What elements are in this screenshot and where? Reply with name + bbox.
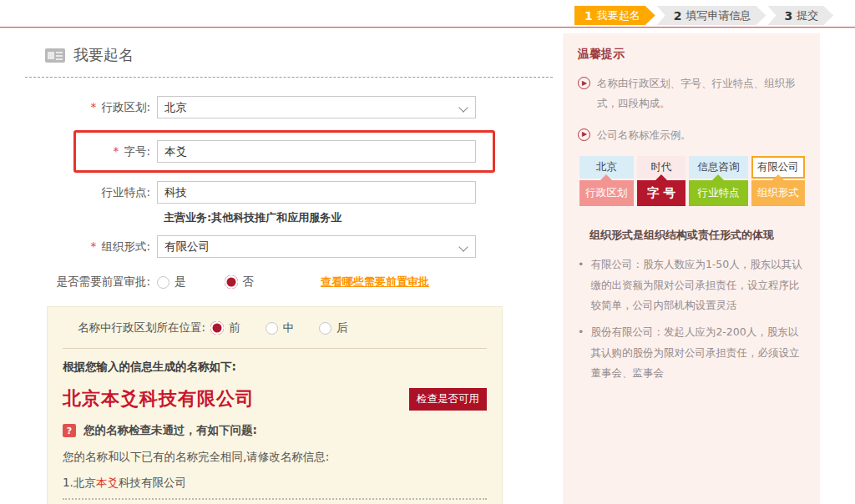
position-option-front[interactable]: 前 (210, 320, 240, 335)
generated-name-intro: 根据您输入的信息生成的名称如下: (63, 360, 487, 375)
org-form-point: • 股份有限公司：发起人应为2-200人，股东以其认购的股份为限对公司承担责任，… (578, 322, 805, 383)
page-title-text: 我要起名 (73, 45, 134, 65)
example-category: 行业特点 (689, 180, 747, 206)
step-number: 2 (674, 9, 682, 23)
tip-text: 公司名称标准示例。 (597, 125, 691, 145)
pre-approval-option-yes[interactable]: 是 (157, 275, 186, 290)
region-row: * 行政区划: 北京 (25, 96, 553, 118)
tip-item: ▶ 公司名称标准示例。 (578, 125, 805, 145)
tip-text: 名称由行政区划、字号、行业特点、组织形式，四段构成。 (597, 73, 805, 114)
industry-label: 行业特点: (25, 185, 157, 200)
tips-sidebar: 温馨提示 ▶ 名称由行政区划、字号、行业特点、组织形式，四段构成。 ▶ 公司名称… (563, 33, 820, 504)
required-asterisk: * (90, 239, 96, 253)
org-point-text: 股份有限公司：发起人应为2-200人，股东以其认购的股份为限对公司承担责任，必须… (590, 322, 805, 383)
bullet-icon: • (578, 255, 584, 315)
step-number: 3 (785, 9, 793, 23)
step-number: 1 (584, 9, 593, 23)
dashed-divider (25, 77, 553, 78)
org-form-row: * 组织形式: 有限公司 (25, 235, 553, 258)
step-2-application[interactable]: 2 填写申请信息 (657, 6, 766, 25)
play-circle-icon: ▶ (578, 129, 590, 141)
tips-title: 温馨提示 (578, 47, 805, 62)
name-check-error-description: 您的名称和以下已有的名称完全相同,请修改名称信息: (63, 450, 487, 465)
trade-name-label: * 字号: (76, 144, 157, 159)
industry-input[interactable]: 科技 (157, 181, 476, 204)
step-label: 我要起名 (597, 8, 640, 23)
example-column-org-form: 有限公司 组织形式 (751, 156, 806, 206)
page-title: 我要起名 (25, 45, 553, 65)
example-category: 字 号 (637, 180, 686, 206)
pre-approval-label: 是否需要前置审批: (25, 275, 157, 290)
generated-name-row: 北京本爻科技有限公司 检查是否可用 (63, 386, 487, 411)
org-point-text: 有限公司：股东人数应为1-50人，股东以其认缴的出资额为限对公司承担责任，设立程… (590, 255, 805, 315)
play-circle-icon: ▶ (578, 77, 590, 89)
example-column-region: 北京 行政区划 (579, 156, 634, 206)
bullet-icon: • (578, 322, 584, 383)
pre-approval-info-link[interactable]: 查看哪些需要前置审批 (321, 275, 429, 290)
generated-name-panel: 名称中行政区划所在位置: 前 中 后 根据您输入的信息生成的名称如下: 北京本爻… (47, 306, 503, 504)
industry-value: 科技 (164, 185, 187, 200)
duplicate-name-item: 1.北京本爻科技有限公司 (63, 476, 487, 500)
industry-row: 行业特点: 科技 (25, 181, 553, 204)
question-mark-icon: ? (63, 424, 76, 437)
example-category: 组织形式 (751, 180, 806, 206)
org-form-value: 有限公司 (164, 239, 210, 255)
region-value: 北京 (164, 100, 187, 115)
generated-company-name: 北京本爻科技有限公司 (63, 386, 255, 411)
example-column-trade-name: 时代 字 号 (637, 156, 686, 206)
step-3-submit[interactable]: 3 提交 (768, 6, 834, 25)
example-column-industry: 信息咨询 行业特点 (689, 156, 747, 206)
radio-unchecked-icon[interactable] (157, 276, 169, 289)
required-asterisk: * (90, 100, 96, 113)
pre-approval-row: 是否需要前置审批: 是 否 查看哪些需要前置审批 (25, 275, 553, 290)
id-card-icon (45, 48, 65, 63)
duplicate-name-highlight: 本爻 (96, 476, 119, 489)
step-indicator: 1 我要起名 2 填写申请信息 3 提交 (574, 6, 835, 25)
step-label: 提交 (797, 8, 818, 23)
trade-name-highlight-box: * 字号: 本爻 (73, 130, 495, 173)
radio-unchecked-icon[interactable] (319, 322, 331, 335)
region-position-row: 名称中行政区划所在位置: 前 中 后 (63, 320, 487, 335)
org-form-label: * 组织形式: (25, 239, 157, 255)
tip-item: ▶ 名称由行政区划、字号、行业特点、组织形式，四段构成。 (578, 73, 805, 114)
position-option-back[interactable]: 后 (319, 320, 348, 335)
name-check-error-title: ? 您的名称检查未通过，有如下问题: (63, 423, 487, 438)
naming-form: 我要起名 * 行政区划: 北京 * 字号: 本爻 行业特点: 科技 主营业务:其… (25, 38, 553, 504)
step-label: 填写申请信息 (686, 8, 751, 23)
radio-unchecked-icon[interactable] (266, 322, 278, 335)
region-select[interactable]: 北京 (157, 96, 476, 118)
required-asterisk: * (113, 144, 119, 158)
trade-name-input[interactable]: 本爻 (157, 140, 476, 163)
region-label: * 行政区划: (25, 100, 157, 115)
pre-approval-option-no[interactable]: 否 (225, 275, 255, 290)
step-1-naming[interactable]: 1 我要起名 (574, 6, 655, 25)
org-form-select[interactable]: 有限公司 (157, 235, 476, 258)
region-position-label: 名称中行政区划所在位置: (78, 320, 205, 335)
check-availability-button[interactable]: 检查是否可用 (409, 388, 487, 411)
industry-hint: 主营业务:其他科技推广和应用服务业 (164, 210, 553, 225)
org-form-point: • 有限公司：股东人数应为1-50人，股东以其认缴的出资额为限对公司承担责任，设… (578, 255, 805, 315)
panel-divider (63, 348, 487, 349)
name-structure-example: 北京 行政区划 时代 字 号 信息咨询 行业特点 有限公司 组织形式 (579, 156, 805, 206)
position-option-middle[interactable]: 中 (266, 320, 295, 335)
header-divider (0, 27, 855, 28)
trade-name-value: 本爻 (164, 144, 187, 159)
trade-name-row: * 字号: 本爻 (76, 140, 484, 163)
radio-checked-icon[interactable] (225, 275, 238, 289)
org-form-heading: 组织形式是组织结构或责任形式的体现 (589, 228, 805, 243)
radio-checked-icon[interactable] (210, 321, 224, 335)
example-category: 行政区划 (579, 180, 634, 206)
